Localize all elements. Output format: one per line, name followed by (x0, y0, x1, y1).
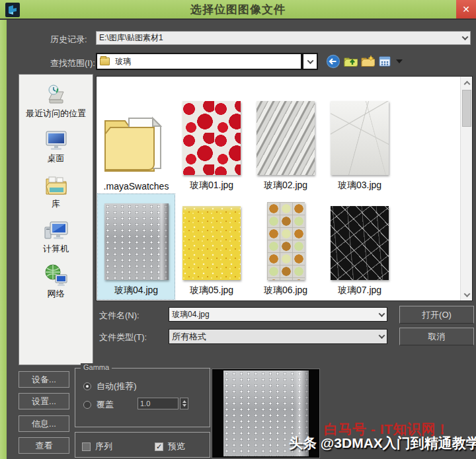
file-item[interactable]: 玻璃06.jpg (249, 194, 323, 299)
caret-down-icon[interactable] (396, 59, 403, 63)
image-thumbnail (182, 206, 241, 280)
history-dropdown[interactable]: E:\图库\贴图素材1 (96, 31, 471, 45)
open-button[interactable]: 打开(O) (399, 306, 474, 324)
up-one-level-icon[interactable] (343, 54, 358, 69)
gamma-override-label: 覆盖 (97, 399, 114, 411)
file-name-label: 玻璃06.jpg (264, 285, 307, 297)
file-name-label: 玻璃02.jpg (264, 180, 307, 192)
spinner-up-icon (182, 400, 186, 403)
preview-checkbox[interactable]: ✓ 预览 (155, 441, 185, 452)
file-name-label: 玻璃05.jpg (190, 285, 233, 297)
dialog-title: 选择位图图像文件 (0, 2, 476, 17)
look-in-label: 查找范围(I): (50, 57, 95, 69)
file-item[interactable]: 玻璃03.jpg (323, 81, 397, 194)
options-group: 序列 ✓ 预览 (75, 432, 210, 458)
image-thumbnail (331, 101, 389, 175)
computer-icon (44, 218, 69, 243)
file-name-label: .mayaSwatches (104, 181, 169, 192)
file-item[interactable]: .mayaSwatches (98, 81, 175, 194)
network-icon (44, 263, 69, 288)
side-button-2[interactable]: 信息... (19, 415, 69, 432)
side-button-0[interactable]: 设备... (19, 371, 69, 388)
history-label: 历史记录: (50, 34, 87, 46)
gamma-value-field[interactable]: 1.0 (138, 398, 178, 409)
sidebar-item-libraries[interactable]: 库 (19, 170, 93, 215)
window-left-border (0, 20, 7, 459)
folder-thumbnail (101, 112, 171, 176)
image-thumbnail (331, 206, 389, 280)
image-thumbnail (267, 202, 305, 280)
look-in-value: 玻璃 (115, 56, 298, 67)
sidebar-item-label: 最近访问的位置 (26, 109, 86, 118)
gamma-group-title: Gamma (81, 363, 112, 371)
chevron-down-icon (379, 310, 385, 317)
spinner-down-icon (182, 404, 186, 407)
sequence-checkbox[interactable]: 序列 (82, 441, 112, 452)
file-name-label: 玻璃07.jpg (338, 285, 381, 297)
checkbox-checked-icon: ✓ (155, 442, 163, 451)
radio-selected-icon (83, 382, 91, 390)
side-button-3[interactable]: 查看 (19, 437, 69, 454)
places-sidebar: 最近访问的位置桌面库计算机网络 (19, 74, 93, 365)
side-button-1[interactable]: 设置... (19, 393, 69, 409)
chevron-down-icon (379, 332, 385, 339)
recent-places-icon (44, 83, 69, 108)
file-name-label: 玻璃01.jpg (190, 180, 233, 192)
watermark-white-text: 头条 @3DMAX入门到精通教学 (289, 434, 476, 452)
view-menu-icon[interactable] (377, 54, 392, 69)
file-item[interactable]: 玻璃01.jpg (175, 81, 249, 194)
folder-toolbar (326, 53, 403, 69)
create-new-folder-icon[interactable] (360, 54, 375, 69)
select-bitmap-dialog: 选择位图图像文件 ✕ 历史记录: E:\图库\贴图素材1 查找范围(I): 玻璃… (0, 0, 476, 459)
desktop-icon (44, 127, 69, 153)
file-name-dropdown[interactable]: 玻璃04.jpg (169, 307, 387, 322)
folder-icon (100, 57, 110, 65)
file-item[interactable]: 玻璃04.jpg (98, 194, 175, 299)
sidebar-item-desktop[interactable]: 桌面 (19, 125, 93, 170)
go-back-icon[interactable] (326, 54, 340, 69)
sidebar-item-label: 桌面 (48, 154, 65, 163)
scroll-up-button[interactable] (461, 77, 473, 88)
sequence-label: 序列 (95, 441, 112, 452)
look-in-dropdown[interactable]: 玻璃 (96, 53, 302, 70)
gamma-value-spinner: 1.0 (138, 398, 188, 409)
history-value: E:\图库\贴图素材1 (99, 32, 463, 44)
sidebar-item-label: 计算机 (43, 244, 69, 254)
checkbox-unchecked-icon (82, 442, 91, 451)
sidebar-item-label: 库 (52, 199, 60, 209)
file-item[interactable]: 玻璃07.jpg (323, 194, 397, 299)
file-name-label: 玻璃04.jpg (114, 285, 158, 297)
file-list-panel: .mayaSwatches玻璃01.jpg玻璃02.jpg玻璃03.jpg玻璃0… (96, 76, 473, 301)
preview-label: 预览 (168, 441, 185, 452)
sidebar-item-computer[interactable]: 计算机 (19, 215, 93, 260)
file-name-label: 文件名(N): (99, 310, 139, 322)
file-type-dropdown[interactable]: 所有格式 (169, 329, 387, 344)
close-button[interactable]: ✕ (456, 0, 476, 18)
file-name-value: 玻璃04.jpg (172, 309, 379, 320)
sidebar-item-label: 网络 (48, 289, 65, 299)
cancel-button[interactable]: 取消 (399, 328, 474, 345)
libraries-icon (44, 173, 69, 198)
file-grid: .mayaSwatches玻璃01.jpg玻璃02.jpg玻璃03.jpg玻璃0… (98, 81, 459, 299)
image-thumbnail (104, 203, 169, 280)
chevron-down-icon (307, 57, 313, 64)
gamma-auto-radio[interactable]: 自动(推荐) (83, 380, 137, 392)
radio-unselected-icon (83, 401, 91, 409)
vertical-scrollbar[interactable] (460, 77, 472, 300)
file-item[interactable]: 玻璃05.jpg (175, 194, 249, 299)
gamma-override-radio[interactable]: 覆盖 (83, 399, 114, 411)
scrollbar-thumb[interactable] (462, 90, 471, 127)
file-name-label: 玻璃03.jpg (338, 180, 381, 192)
gamma-auto-label: 自动(推荐) (97, 380, 137, 392)
file-item[interactable]: 玻璃02.jpg (249, 81, 323, 194)
title-bar: 选择位图图像文件 ✕ (0, 0, 476, 20)
sidebar-item-recent-places[interactable]: 最近访问的位置 (19, 80, 93, 125)
gamma-group: Gamma 自动(推荐) 覆盖 1.0 (75, 368, 210, 427)
scroll-down-button[interactable] (461, 289, 473, 300)
spinner-buttons[interactable] (180, 398, 188, 409)
file-type-value: 所有格式 (172, 331, 379, 343)
look-in-dropdown-button[interactable] (302, 53, 318, 70)
image-thumbnail (182, 101, 241, 175)
file-type-label: 文件类型(T): (99, 332, 147, 343)
sidebar-item-network[interactable]: 网络 (19, 260, 93, 305)
